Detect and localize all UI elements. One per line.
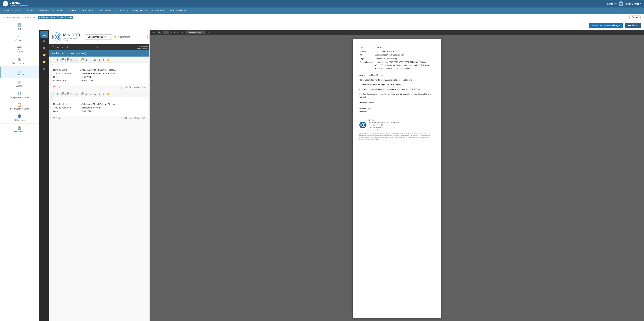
sidebar-item-tracking[interactable]: 💬 Tracking [0,44,39,55]
pdf-sidebar-toggle[interactable]: ☰ [152,31,156,34]
breadcrumb-retour-button[interactable]: Retour [630,15,640,20]
doc-bell[interactable]: 🔔 0 [79,93,84,96]
doc-plugin[interactable]: 🔌 [84,58,88,62]
doc-card-body-2: Nom du client Affoltern am Albis | Gasth… [50,101,148,116]
doc-link[interactable]: 🔗 0 [60,58,64,62]
pdf-page: De: Office Minotel Envoyé: lundi, 11 mai… [352,39,441,318]
nav-item-achats[interactable]: Achats ▾ [23,8,36,13]
pdf-footer-brand: MINOTEL [368,119,399,121]
ged-sidebar-folder-search[interactable]: 📂 [40,52,48,58]
open-new-tab-button[interactable]: Ouvrir dans un nouvel onglet [589,23,624,28]
doc-toolbar: ☐ ↻ ▽ ⇅ ⋮ ✓ ✕ ⋮ ⤴ ⚙ 2 résultats 0 sélect… [49,44,150,50]
toolbar-refresh[interactable]: ↻ [56,46,60,49]
sidebar-item-utilisateurs[interactable]: 👤 Utilisateurs [0,112,39,124]
ged-sidebar-table[interactable]: ⊟ [40,65,48,72]
breadcrumb-modifier[interactable]: Modifier le client [13,16,29,19]
nav-item-calendrier[interactable]: Calendrier [51,8,66,13]
nav-item-utilisateurs[interactable]: Utilisateurs [36,8,51,13]
sidebar-item-documents[interactable]: 📄 Documents [0,67,39,78]
expand-button-1[interactable]: ∨ [50,63,148,67]
sidebar-item-informations-initiales[interactable]: 📋 Informations initiales [0,101,39,112]
nav-item-clients[interactable]: Clients ▾ [66,8,78,13]
doc-attach[interactable]: 📎 [69,93,74,96]
ged-sidebar-grid[interactable]: ⊞ [40,38,48,45]
toolbar-close[interactable]: ✕ [81,46,85,49]
doc-comment[interactable]: 💬 0 [64,58,69,62]
to-label: À: [360,53,374,57]
pdf-page-input[interactable] [163,31,169,34]
user-area[interactable]: 👤 Admin Minotel ▾ [619,1,641,6]
doc-edit[interactable]: ✏ [89,58,92,62]
doc-print[interactable]: 🖨 [102,58,106,62]
doc-history[interactable]: 🕐 [74,58,78,62]
nav-item-parametres-systeme[interactable]: Paramètres système [166,8,190,13]
doc-download[interactable]: ⬇ [98,93,101,96]
doc-sign[interactable]: ✍ [106,58,110,62]
toolbar-share[interactable]: ⤴ [91,46,94,49]
doc-download[interactable]: ⬇ [98,58,101,62]
pdf-zoom-select[interactable]: Automatic Zoom [186,31,205,34]
ged-item-select[interactable]: Sélectionner un item [85,34,112,40]
doc-comment[interactable]: 💬 0 [64,93,69,96]
pdf-more-options[interactable]: ≫ [206,31,211,34]
nav-item-tableau[interactable]: Tableau de bord ▾ [1,8,23,13]
breadcrumb-clients[interactable]: Clients [4,16,10,19]
nav-item-recapitulatifs[interactable]: Récapitulatifs ▾ [130,8,149,13]
doc-plugin[interactable]: 🔌 [84,93,88,96]
toolbar-more[interactable]: ⋮ [71,46,75,49]
doc-print[interactable]: 🖨 [102,93,106,96]
sidebar-item-exceptions-ristournes[interactable]: ⬆️ Exceptions ristournes [0,89,39,101]
toolbar-check[interactable]: ✓ [76,46,80,49]
cart-icon: 🛒 [17,80,22,84]
sidebar-item-info[interactable]: ℹ️ Info [0,21,39,32]
doc-assign[interactable]: ⤴ [56,58,59,62]
field-label: Nom du client [53,103,80,105]
ged-search-input[interactable] [118,35,148,39]
ged-sidebar-search[interactable]: 🔍 [40,45,48,51]
langue-button[interactable]: Langue ▾ [607,3,616,5]
field-label: Type de document [53,106,80,109]
nav-item-depositaires[interactable]: Dépositaires ▾ [96,8,114,13]
ged-folder-icon[interactable]: 📂 [114,35,117,39]
ged-sidebar-doc-add[interactable] [40,31,48,38]
pdf-icon: 📄 [120,86,123,89]
pdf-zoom-out[interactable]: − [176,31,180,34]
doc-checkbox[interactable]: ☐ [52,93,56,96]
badge: 0 [62,58,64,60]
toolbar-checkbox[interactable]: ☐ [51,46,55,49]
toolbar-dots[interactable]: ⋮ [86,46,90,49]
doc-checkbox[interactable]: ☐ [52,58,56,62]
ged-sidebar-folder-add[interactable]: 📁 [40,58,48,65]
nav-item-partenaires[interactable]: Partenaires ▾ [78,8,96,13]
sidebar-item-raisons-sociales[interactable]: 🏢 Raisons sociales [0,55,39,67]
doc-attach[interactable]: 📎 [69,58,74,62]
sidebar-item-contacts[interactable]: ✉️ Contacts [0,32,39,44]
doc-assign[interactable]: ⤴ [56,93,59,96]
pdf-zoom-in[interactable]: + [181,31,184,34]
doc-delete[interactable]: 🗑 [93,93,97,96]
badge: 0 [82,92,84,94]
pdf-signer-title: Direktorin [360,110,434,113]
doc-edit[interactable]: ✏ [89,93,92,96]
toolbar-filter[interactable]: ▽ [61,46,65,49]
doc-link[interactable]: 🔗 0 [60,93,64,96]
doc-sign[interactable]: ✍ [106,93,110,96]
nav-item-parametres[interactable]: Paramètres ▾ [149,8,166,13]
sidebar-item-succursales[interactable]: 🏪 Succursales [0,124,39,135]
doc-bell[interactable]: 🔔 0 [79,58,84,62]
store-icon: 🏪 [17,126,22,130]
breadcrumb-ged[interactable]: GED [32,16,36,19]
doc-history[interactable]: 🕐 [74,93,78,96]
sidebar-item-achats[interactable]: 🛒 Achats [0,78,39,89]
retour-action-button[interactable]: ◀◀ Retour [625,23,640,28]
doc-field-type: Type de document Décompte Ristournes-Abo… [53,72,146,75]
toolbar-gear[interactable]: ⚙ [96,46,100,49]
sidebar-item-label: Tracking [16,51,24,53]
doc-delete[interactable]: 🗑 [93,58,97,62]
nav-item-ristournes[interactable]: Ristournes ▾ [114,8,130,13]
expand-button-2[interactable]: ∨ [50,97,148,101]
toolbar-sort[interactable]: ⇅ [66,46,70,49]
pdf-footer-logo-area: MINOTEL Avenue de Montchoisi 35, CH-1006… [360,119,434,131]
pdf-zoom-in-search[interactable]: 🔍 [157,31,162,34]
file-type-label: .pdf [124,117,127,119]
